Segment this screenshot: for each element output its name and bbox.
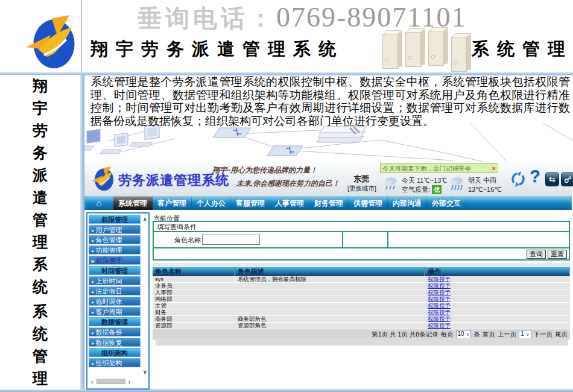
weather-tomorrow: 明天 中雨 13℃~16℃ xyxy=(468,176,502,194)
switch-icon[interactable]: ⇆ xyxy=(545,172,559,186)
col-header-role-desc: 角色描述 xyxy=(235,267,425,276)
menu-item-customer-cycle[interactable]: ▸客户周期 xyxy=(89,307,141,316)
bullet-icon: ▸ xyxy=(92,258,95,264)
sidebar-char: 统 xyxy=(33,276,48,298)
scroll-right-icon[interactable]: › xyxy=(128,378,131,385)
chevron-down-icon: ∨ xyxy=(526,332,530,337)
rain-icon xyxy=(384,176,398,193)
grant-permission-link[interactable]: 权限授予 xyxy=(428,323,451,329)
role-name-label: 角色名称 xyxy=(154,232,202,247)
table-row: 商务部商务部角色权限授予 xyxy=(153,316,570,323)
scroll-down-icon[interactable]: ∨ xyxy=(143,369,147,375)
help-icon[interactable]: ? xyxy=(530,166,540,186)
menu-item-legal-holiday[interactable]: ▸法定假日 xyxy=(89,286,141,296)
menu-section-org[interactable]: 组织架构 xyxy=(89,348,141,357)
tab-hr-mgmt[interactable]: 人事管理 xyxy=(270,197,309,210)
menu-item-data-backup[interactable]: ▸数据备份 xyxy=(89,327,141,337)
role-name-input[interactable] xyxy=(202,235,260,245)
per-page-unit: 条 xyxy=(473,330,480,339)
reset-button[interactable]: 重置 xyxy=(548,250,567,259)
refresh-icon[interactable] xyxy=(509,170,527,188)
tab-personal-office[interactable]: 个人办公 xyxy=(192,197,231,210)
query-form: 填写查询条件 角色名称 查询 重置 xyxy=(153,221,570,261)
next-page-link[interactable]: 下一页 xyxy=(534,330,553,339)
tab-service-mgmt[interactable]: 客服管理 xyxy=(231,197,270,210)
scrollbar-thumb[interactable] xyxy=(97,379,125,384)
grant-permission-link[interactable]: 权限授予 xyxy=(428,316,451,322)
sidebar-char: 翔 xyxy=(33,75,48,97)
menu-section-data[interactable]: 数据管理 xyxy=(89,317,141,326)
scroll-up-icon[interactable]: ∧ xyxy=(143,217,147,223)
air-quality-badge: 优 xyxy=(432,185,442,194)
pagination-info: 第1页 共 1页 共8条记录 xyxy=(372,330,438,339)
app-logo-icon xyxy=(89,166,116,192)
sidebar-char: 劳 xyxy=(33,119,48,142)
app-navbar: ⌂ 系统管理 客户管理 个人办公 客服管理 人事管理 财务管理 供需管理 内部沟… xyxy=(84,197,572,210)
last-page-link[interactable]: 尾页 xyxy=(555,330,568,339)
chevron-down-icon: ∨ xyxy=(466,332,469,337)
close-icon[interactable]: × xyxy=(492,164,496,172)
grant-permission-link[interactable]: 权限授予 xyxy=(428,289,451,296)
bottom-gray-strip xyxy=(156,338,568,346)
menu-item-work-time[interactable]: ▸上班时间 xyxy=(89,276,141,285)
menu-item-data-restore[interactable]: ▸数据恢复 xyxy=(89,338,141,347)
menu-item-user-mgmt[interactable]: ▸用户管理 xyxy=(89,225,141,234)
slogan-line2: 未来,你会感谢现在努力的自己！ xyxy=(236,179,340,189)
page-select[interactable]: 1 ∨ xyxy=(519,330,531,339)
menu-item-temp-leave[interactable]: ▸临时调休 xyxy=(89,297,141,306)
menu-item-org-structure[interactable]: ▸组织架构 xyxy=(89,358,141,367)
per-page-select[interactable]: 10 ∨ xyxy=(456,330,472,339)
menu-item-role-mgmt[interactable]: ▸角色管理 xyxy=(89,235,141,244)
table-row: sys系统管理员，拥有最高权限权限授予 xyxy=(153,276,570,283)
weather-tooltip-text: 今天可能要下雨，出门记得带伞 xyxy=(382,165,471,172)
bullet-icon: ▸ xyxy=(92,248,95,254)
grant-permission-link[interactable]: 权限授予 xyxy=(428,276,451,282)
menu-item-permission-mgmt[interactable]: ▸权限管理 xyxy=(89,256,141,265)
prev-page-link[interactable]: 上一页 xyxy=(498,330,517,339)
sidebar-char: 管 xyxy=(33,345,48,367)
bullet-icon: ▸ xyxy=(92,238,95,244)
server-icon xyxy=(405,28,427,69)
menu-section-time[interactable]: 时间管理 xyxy=(89,266,141,275)
bullet-icon: ▸ xyxy=(92,309,95,315)
server-icon xyxy=(382,30,404,71)
menu-item-function-mgmt[interactable]: ▸功能管理 xyxy=(89,245,141,254)
scroll-left-icon[interactable]: ‹ xyxy=(91,378,93,385)
company-logo-icon xyxy=(23,14,78,71)
tab-finance-mgmt[interactable]: 财务管理 xyxy=(309,197,349,210)
grant-permission-link[interactable]: 权限授予 xyxy=(428,303,451,309)
tab-system-mgmt[interactable]: 系统管理 xyxy=(113,197,153,210)
grant-permission-link[interactable]: 权限授予 xyxy=(428,283,451,289)
slogan-line1: 翔宇··用心为您传递品牌的力量！ xyxy=(212,165,317,175)
side-menu-panel: 权限管理 ▸用户管理 ▸角色管理 ▸功能管理 ▸权限管理 时间管理 ▸上班时间 … xyxy=(86,212,150,390)
col-header-action: 操作 xyxy=(425,267,570,276)
horizontal-scrollbar[interactable]: ‹ › xyxy=(91,378,145,385)
table-row: 主管权限授予 xyxy=(153,303,570,309)
change-city-link[interactable]: [更换城市] xyxy=(347,185,376,193)
menu-section-permission[interactable]: 权限管理 xyxy=(89,215,141,224)
sidebar-char: 务 xyxy=(33,142,48,164)
first-page-link[interactable]: 首页 xyxy=(483,330,495,339)
tab-internal-comm[interactable]: 内部沟通 xyxy=(388,197,427,210)
sidebar-char: 宇 xyxy=(33,97,48,119)
tab-supply-mgmt[interactable]: 供需管理 xyxy=(349,197,388,210)
form-table-gap xyxy=(153,263,570,267)
query-button[interactable]: 查询 xyxy=(527,250,546,259)
grant-permission-link[interactable]: 权限授予 xyxy=(428,296,451,302)
key-icon[interactable] xyxy=(561,172,573,186)
tab-customer-mgmt[interactable]: 客户管理 xyxy=(153,197,192,210)
table-row: 业务员权限授予 xyxy=(153,283,570,289)
app-header: 劳务派遣管理系统 翔宇··用心为您传递品牌的力量！ 未来,你会感谢现在努力的自己… xyxy=(84,162,572,197)
module-description: 系统管理是整个劳务派遣管理系统的权限控制中枢、数据安全中枢，系统管理板块包括权限… xyxy=(90,75,570,128)
bullet-icon: ▸ xyxy=(92,330,95,336)
banner-title-main: 翔宇劳务派遣管理系统 xyxy=(90,37,344,62)
sidebar-char: 管 xyxy=(33,209,48,231)
grant-permission-link[interactable]: 权限授予 xyxy=(428,309,451,315)
tab-external-exchange[interactable]: 外部交互 xyxy=(427,197,466,210)
home-icon[interactable]: ⌂ xyxy=(84,197,113,210)
page: 垂询电话：0769-89071101 翔宇劳务派遣管理系统 系统管理 翔 宇 劳… xyxy=(0,0,573,392)
bullet-icon: ▸ xyxy=(92,340,95,346)
table-row: 人事部权限授予 xyxy=(153,289,570,296)
server-icon xyxy=(428,27,450,68)
bullet-icon: ▸ xyxy=(92,299,95,305)
